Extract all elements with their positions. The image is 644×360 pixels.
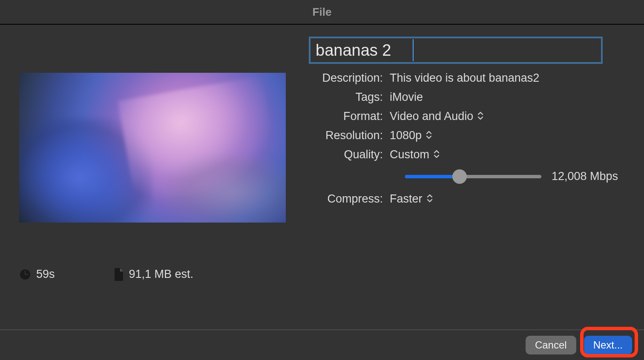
compress-value: Faster bbox=[390, 192, 423, 206]
chevron-updown-icon bbox=[477, 110, 483, 123]
filesize-value: 91,1 MB est. bbox=[129, 268, 194, 281]
quality-value: Custom bbox=[390, 148, 429, 161]
description-label: Description: bbox=[309, 71, 390, 85]
quality-popup[interactable]: Custom bbox=[390, 148, 440, 161]
compress-popup[interactable]: Faster bbox=[390, 192, 433, 206]
tags-label: Tags: bbox=[309, 91, 390, 104]
cancel-button[interactable]: Cancel bbox=[526, 336, 576, 354]
next-button[interactable]: Next... bbox=[584, 336, 632, 354]
resolution-label: Resolution: bbox=[309, 129, 390, 142]
file-icon bbox=[114, 268, 124, 281]
dialog-body: 59s 91,1 MB est. Description: Th bbox=[0, 25, 644, 360]
text-cursor bbox=[413, 39, 414, 61]
bitrate-value: 12,008 Mbps bbox=[552, 170, 618, 183]
resolution-popup[interactable]: 1080p bbox=[390, 129, 432, 142]
bitrate-slider[interactable] bbox=[405, 171, 541, 182]
description-value[interactable]: This video is about bananas2 bbox=[390, 71, 539, 85]
format-label: Format: bbox=[309, 110, 390, 123]
tags-value[interactable]: iMovie bbox=[390, 91, 423, 104]
format-popup[interactable]: Video and Audio bbox=[390, 110, 483, 123]
format-value: Video and Audio bbox=[390, 110, 473, 123]
chevron-updown-icon bbox=[434, 148, 440, 161]
clock-icon bbox=[19, 269, 31, 280]
chevron-updown-icon bbox=[426, 129, 432, 142]
window-title: File bbox=[0, 0, 644, 25]
quality-label: Quality: bbox=[309, 148, 390, 161]
filename-input[interactable] bbox=[309, 37, 603, 64]
chevron-updown-icon bbox=[427, 192, 433, 206]
compress-label: Compress: bbox=[309, 192, 390, 206]
duration-value: 59s bbox=[36, 268, 55, 281]
resolution-value: 1080p bbox=[390, 129, 422, 142]
dialog-footer: Cancel Next... bbox=[0, 329, 644, 360]
video-thumbnail bbox=[19, 73, 286, 223]
